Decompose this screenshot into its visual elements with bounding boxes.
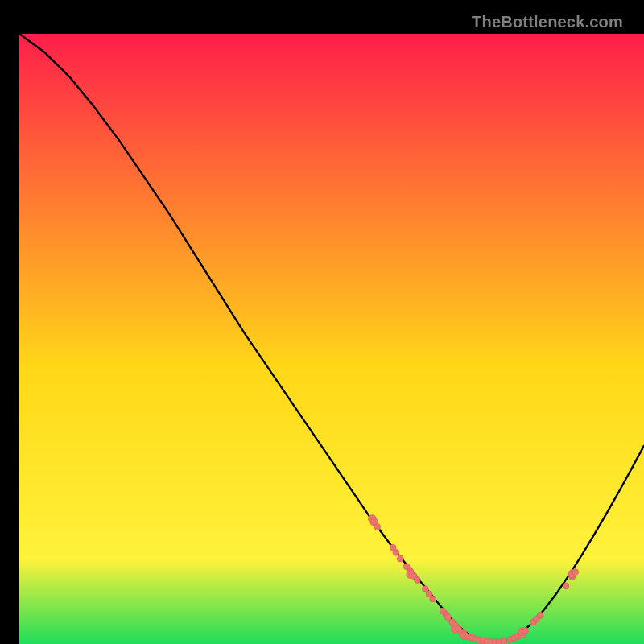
data-marker bbox=[522, 627, 529, 634]
chart-svg bbox=[19, 34, 644, 644]
chart-frame: TheBottleneck.com bbox=[10, 10, 634, 634]
data-marker bbox=[537, 612, 543, 618]
data-marker bbox=[572, 569, 579, 576]
data-marker bbox=[397, 555, 403, 562]
chart-plot bbox=[19, 34, 644, 644]
gradient-background bbox=[19, 34, 644, 644]
data-marker bbox=[393, 549, 399, 555]
data-marker bbox=[430, 596, 436, 602]
data-marker bbox=[500, 638, 506, 644]
data-marker bbox=[414, 576, 420, 583]
data-marker bbox=[563, 583, 569, 589]
watermark-text: TheBottleneck.com bbox=[472, 13, 623, 31]
data-marker bbox=[374, 523, 381, 530]
